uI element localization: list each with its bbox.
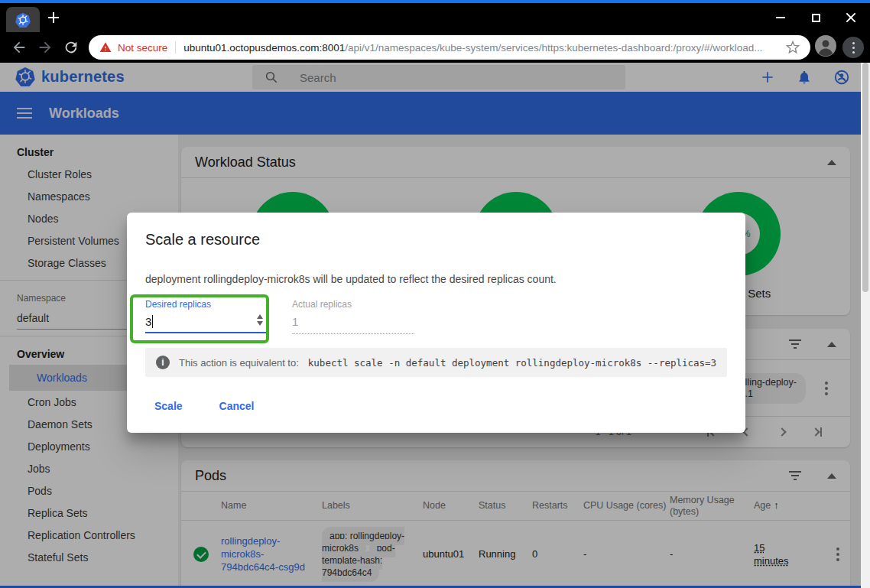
dialog-description: deployment rollingdeploy-microk8s will b… [145,273,727,285]
dialog-title: Scale a resource [145,231,727,249]
actual-replicas-field: Actual replicas 1 [292,299,414,334]
kubectl-command: kubectl scale -n default deployment roll… [308,357,716,369]
profile-avatar[interactable] [815,35,836,57]
dashboard-page: kubernetes Search Workloads [0,63,870,588]
browser-titlebar [0,3,870,32]
browser-addressbar: Not secure ubuntu01.octopusdemos.com:800… [0,32,870,63]
scale-button[interactable]: Scale [145,394,192,418]
url-divider [175,41,176,54]
forward-icon[interactable] [37,39,54,56]
kubernetes-favicon-icon [15,12,31,28]
close-button[interactable] [841,9,861,26]
bookmark-star-icon[interactable] [786,41,800,54]
new-tab-button[interactable] [46,10,61,25]
kubectl-equivalent-banner: i This action is equivalent to: kubectl … [145,348,727,377]
minimize-button[interactable] [771,9,790,26]
browser-tab[interactable] [6,7,40,32]
actual-replicas-value: 1 [292,313,414,329]
scale-resource-dialog: Scale a resource deployment rollingdeplo… [127,213,745,433]
readonly-dotted-underline [292,333,414,334]
back-icon[interactable] [11,39,28,56]
info-icon: i [156,356,170,369]
reload-icon[interactable] [63,39,80,56]
url-bar[interactable]: Not secure ubuntu01.octopusdemos.com:800… [89,35,810,60]
not-secure-warning-icon [99,41,112,54]
browser-window: Not secure ubuntu01.octopusdemos.com:800… [0,0,870,588]
annotation-highlight-box [130,294,269,343]
url-path: /api/v1/namespaces/kube-system/services/… [345,42,762,54]
security-status[interactable]: Not secure [118,42,167,54]
scrollbar-thumb[interactable] [862,63,868,292]
url-text[interactable]: ubuntu01.octopusdemos.com:8001/api/v1/na… [183,42,780,54]
page-scrollbar[interactable] [861,63,870,588]
actual-replicas-label: Actual replicas [292,299,414,310]
maximize-button[interactable] [806,9,826,26]
url-host: ubuntu01.octopusdemos.com:8001 [183,42,345,54]
browser-menu-icon[interactable] [842,37,864,58]
cancel-button[interactable]: Cancel [210,394,264,418]
info-prefix: This action is equivalent to: [179,357,299,369]
